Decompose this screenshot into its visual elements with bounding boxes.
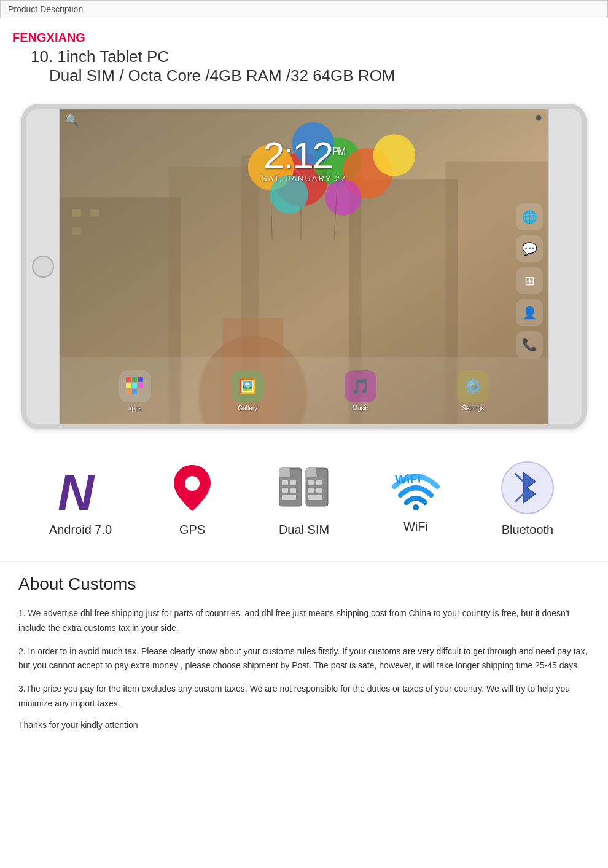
tablet-right-bar xyxy=(548,109,582,424)
svg-rect-25 xyxy=(126,383,131,388)
svg-rect-45 xyxy=(308,495,322,500)
clock-time-text: 2:12 xyxy=(263,134,333,176)
svg-text:N: N xyxy=(58,464,95,514)
settings-label: Settings xyxy=(462,405,484,412)
bluetooth-icon xyxy=(500,460,555,515)
feature-android: N Android 7.0 xyxy=(44,460,117,537)
svg-point-46 xyxy=(413,504,419,510)
page-header-label: Product Description xyxy=(8,4,83,14)
svg-rect-27 xyxy=(138,383,143,388)
music-icon: 🎵 xyxy=(345,370,376,402)
brand-name: FENGXIANG xyxy=(12,31,596,45)
screen-browser-icon: 🌐 xyxy=(516,203,543,230)
screen-contacts-icon: 👤 xyxy=(516,299,543,326)
product-line2: Dual SIM / Octa Core /4GB RAM /32 64GB R… xyxy=(49,66,596,85)
svg-rect-24 xyxy=(138,377,143,382)
feature-bluetooth: Bluetooth xyxy=(491,460,564,537)
svg-rect-35 xyxy=(290,480,296,485)
music-label: Music xyxy=(353,405,368,412)
tablet-home-button xyxy=(32,256,54,278)
apps-label: apps xyxy=(128,405,142,412)
svg-rect-43 xyxy=(308,488,314,493)
tablet-screen: 🔍 2:12PM SAT, JANUARY 27 🌐 💬 ⊞ 👤 📞 xyxy=(60,109,548,424)
svg-rect-44 xyxy=(316,488,322,493)
settings-icon: ⚙️ xyxy=(457,370,489,402)
screen-apps-grid-icon: ⊞ xyxy=(516,267,543,294)
feature-gps: GPS xyxy=(155,460,229,537)
svg-marker-40 xyxy=(306,468,317,477)
svg-rect-41 xyxy=(308,480,314,485)
about-point-1: 1. We advertise dhl free shipping just f… xyxy=(18,606,590,636)
about-section: About Customs 1. We advertise dhl free s… xyxy=(0,561,608,748)
screen-clock: 2:12PM SAT, JANUARY 27 xyxy=(262,133,346,183)
tablet-image-container: 🔍 2:12PM SAT, JANUARY 27 🌐 💬 ⊞ 👤 📞 xyxy=(12,104,596,429)
apps-icon xyxy=(119,370,151,402)
svg-text:WiFi: WiFi xyxy=(395,472,421,487)
svg-rect-36 xyxy=(282,488,288,493)
clock-time: 2:12PM xyxy=(262,133,346,177)
svg-rect-22 xyxy=(126,377,131,382)
tablet-frame: 🔍 2:12PM SAT, JANUARY 27 🌐 💬 ⊞ 👤 📞 xyxy=(21,104,587,429)
svg-rect-42 xyxy=(316,480,322,485)
wifi-icon: WiFi xyxy=(388,463,443,512)
screen-messages-icon: 💬 xyxy=(516,235,543,262)
gallery-label: Gallery xyxy=(238,405,257,412)
apps-bottom-icon: apps xyxy=(119,370,151,412)
svg-rect-38 xyxy=(282,495,296,500)
svg-marker-33 xyxy=(279,468,290,477)
svg-rect-26 xyxy=(132,383,137,388)
product-line1: 10. 1inch Tablet PC xyxy=(31,47,596,66)
page-header: Product Description xyxy=(0,0,608,18)
svg-rect-23 xyxy=(132,377,137,382)
product-title-section: FENGXIANG 10. 1inch Tablet PC Dual SIM /… xyxy=(0,18,608,92)
settings-bottom-icon: ⚙️ Settings xyxy=(457,370,489,412)
gps-icon xyxy=(165,460,220,515)
svg-rect-28 xyxy=(126,389,131,394)
wifi-label: WiFi xyxy=(403,520,428,534)
about-point-2: 2. In order to in avoid much tax, Please… xyxy=(18,644,590,674)
clock-date: SAT, JANUARY 27 xyxy=(262,174,346,183)
dual-sim-icon xyxy=(276,460,332,515)
android-icon: N xyxy=(53,460,108,515)
about-thanks: Thanks for your kindly attention xyxy=(18,720,590,730)
feature-wifi: WiFi WiFi xyxy=(379,463,453,534)
gallery-icon: 🖼️ xyxy=(232,370,263,402)
music-bottom-icon: 🎵 Music xyxy=(345,370,376,412)
about-title: About Customs xyxy=(18,574,590,594)
gallery-bottom-icon: 🖼️ Gallery xyxy=(232,370,263,412)
svg-rect-37 xyxy=(290,488,296,493)
features-section: N Android 7.0 GPS xyxy=(0,442,608,555)
svg-point-31 xyxy=(185,476,200,491)
tablet-left-bar xyxy=(26,109,60,424)
clock-pm-text: PM xyxy=(332,146,345,157)
bluetooth-label: Bluetooth xyxy=(502,523,554,537)
svg-rect-29 xyxy=(132,389,137,394)
screen-right-icons: 🌐 💬 ⊞ 👤 📞 xyxy=(516,203,543,358)
android-label: Android 7.0 xyxy=(49,523,112,537)
svg-rect-34 xyxy=(282,480,288,485)
feature-dual-sim: Dual SIM xyxy=(267,460,341,537)
screen-phone-icon: 📞 xyxy=(516,331,543,358)
dual-sim-label: Dual SIM xyxy=(279,523,329,537)
screen-overlay: 🔍 2:12PM SAT, JANUARY 27 🌐 💬 ⊞ 👤 📞 xyxy=(60,109,548,424)
screen-bottom-dock: apps 🖼️ Gallery 🎵 Music ⚙️ Settings xyxy=(60,357,548,424)
screen-search-icon: 🔍 xyxy=(65,114,79,127)
gps-label: GPS xyxy=(179,523,205,537)
about-point-3: 3.The price you pay for the item exclude… xyxy=(18,682,590,711)
